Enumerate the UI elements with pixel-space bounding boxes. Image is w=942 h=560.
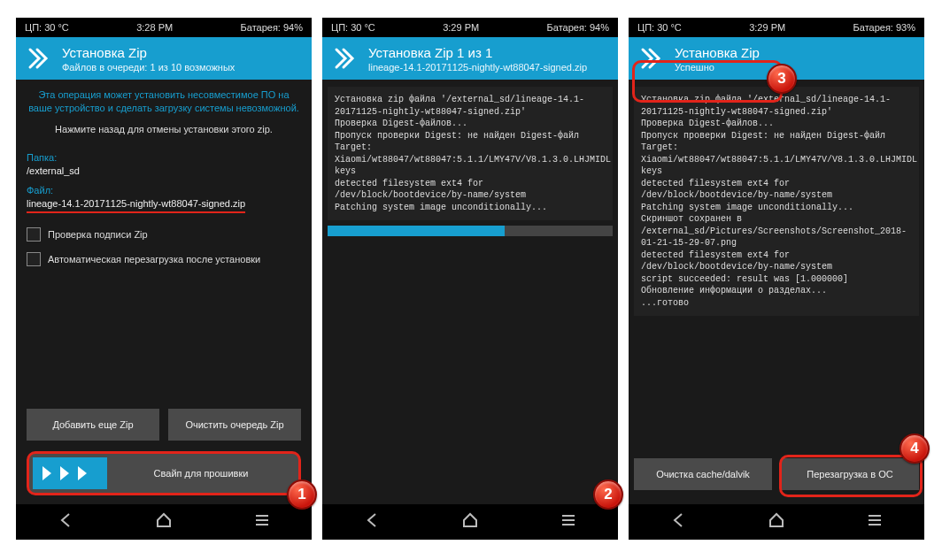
callout-badge-2: 2 [593, 479, 623, 510]
back-icon[interactable] [669, 511, 687, 533]
nav-bar [322, 504, 618, 540]
battery-level: Батарея: 94% [241, 22, 303, 33]
header-subtitle: lineage-14.1-20171125-nightly-wt88047-si… [368, 62, 587, 73]
screen-3: ЦП: 30 °C 3:29 PM Батарея: 93% Установка… [629, 18, 924, 540]
file-value: lineage-14.1-20171125-nightly-wt88047-si… [27, 196, 245, 213]
menu-icon[interactable] [866, 511, 884, 533]
home-icon[interactable] [155, 511, 173, 533]
add-zip-button[interactable]: Добавить еще Zip [27, 409, 159, 441]
warning-text: Эта операция может установить несовмести… [27, 88, 301, 115]
battery-level: Батарея: 94% [547, 22, 609, 33]
wipe-cache-button[interactable]: Очистка cache/dalvik [634, 458, 772, 490]
checkbox-icon[interactable] [27, 252, 41, 266]
folder-label: Папка: [27, 152, 301, 163]
home-icon[interactable] [461, 511, 479, 533]
swipe-label: Свайп для прошивки [107, 468, 295, 479]
nav-bar [629, 504, 924, 540]
back-icon[interactable] [57, 511, 74, 533]
install-log: Установка zip файла '/external_sd/lineag… [634, 87, 919, 316]
swipe-thumb-icon[interactable] [33, 457, 107, 489]
progress-bar [328, 226, 613, 236]
checkbox-icon[interactable] [27, 227, 41, 242]
clock: 3:29 PM [749, 22, 785, 33]
checkbox-verify-signature[interactable]: Проверка подписи Zip [27, 227, 301, 242]
info-text: Нажмите назад для отмены установки этого… [27, 124, 301, 134]
home-icon[interactable] [768, 511, 785, 533]
cpu-temp: ЦП: 30 °C [25, 22, 69, 33]
menu-icon[interactable] [560, 511, 577, 533]
menu-icon[interactable] [253, 511, 271, 533]
cpu-temp: ЦП: 30 °C [637, 22, 682, 33]
checkbox-auto-reboot[interactable]: Автоматическая перезагрузка после устано… [27, 252, 301, 266]
status-bar: ЦП: 30 °C 3:28 PM Батарея: 94% [16, 18, 312, 37]
clock: 3:29 PM [443, 22, 479, 33]
clock: 3:28 PM [136, 22, 173, 33]
screen-1: ЦП: 30 °C 3:28 PM Батарея: 94% Установка… [16, 18, 312, 540]
battery-level: Батарея: 93% [853, 22, 915, 33]
status-bar: ЦП: 30 °C 3:29 PM Батарея: 94% [322, 18, 618, 37]
header-title: Установка Zip [62, 45, 235, 60]
clear-queue-button[interactable]: Очистить очередь Zip [168, 409, 301, 441]
install-log: Установка zip файла '/external_sd/lineag… [328, 87, 613, 220]
callout-badge-3: 3 [767, 64, 797, 94]
twrp-header: Установка Zip Файлов в очереди: 1 из 10 … [16, 37, 312, 80]
progress-fill [328, 226, 505, 236]
twrp-logo-icon [25, 44, 53, 73]
callout-box-3 [632, 60, 783, 103]
header-subtitle: Файлов в очереди: 1 из 10 возможных [62, 62, 235, 73]
header-title: Установка Zip 1 из 1 [368, 45, 587, 60]
screen-2: ЦП: 30 °C 3:29 PM Батарея: 94% Установка… [322, 18, 618, 540]
reboot-os-button[interactable]: Перезагрузка в ОС [781, 458, 919, 490]
callout-badge-4: 4 [900, 433, 930, 464]
swipe-to-flash[interactable]: Свайп для прошивки [27, 451, 301, 495]
back-icon[interactable] [363, 511, 381, 533]
cpu-temp: ЦП: 30 °C [331, 22, 375, 33]
status-bar: ЦП: 30 °C 3:29 PM Батарея: 93% [629, 18, 924, 37]
twrp-logo-icon [331, 44, 359, 73]
callout-badge-1: 1 [287, 479, 317, 510]
twrp-header: Установка Zip 1 из 1 lineage-14.1-201711… [322, 37, 618, 80]
header-title: Установка Zip [675, 45, 760, 60]
folder-value: /external_sd [27, 163, 301, 180]
nav-bar [16, 504, 312, 540]
file-label: Файл: [27, 185, 301, 196]
